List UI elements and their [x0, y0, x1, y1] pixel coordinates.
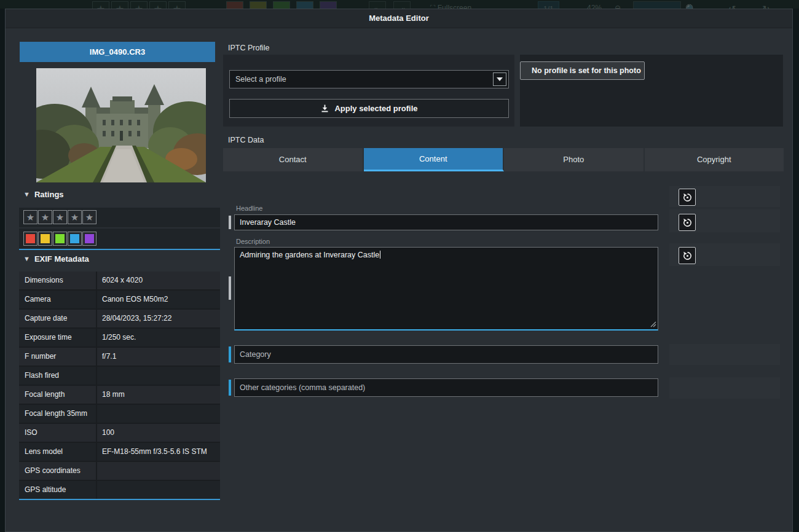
resize-grip-icon[interactable] — [650, 321, 656, 327]
restore-value-button[interactable] — [679, 214, 696, 231]
exif-field-label: Camera — [19, 291, 97, 308]
profile-select[interactable]: Select a profile — [229, 70, 509, 88]
select-dropdown-button[interactable] — [493, 72, 506, 86]
exif-row: Flash fired — [19, 367, 220, 386]
exif-field-label: Flash fired — [19, 367, 97, 385]
exif-field-label: Exposure time — [19, 329, 97, 346]
text-cursor — [380, 251, 380, 259]
description-label: Description — [236, 238, 270, 245]
color-label-icon — [226, 1, 243, 9]
exif-row: Dimensions6024 x 4020 — [19, 272, 220, 291]
exif-field-value — [97, 462, 220, 480]
exif-field-label: Focal length 35mm — [19, 405, 97, 423]
zoom-slider — [633, 1, 681, 9]
exif-row: Exposure time1/250 sec. — [19, 329, 220, 348]
color-label-button[interactable] — [38, 232, 52, 246]
history-restore-icon — [682, 251, 693, 261]
apply-profile-button[interactable]: Apply selected profile — [229, 99, 509, 118]
exif-field-label: Lens model — [19, 443, 97, 461]
color-swatch-icon — [26, 234, 35, 243]
toolbar-button: ⇤ — [369, 1, 386, 9]
star-button[interactable]: ★ — [23, 210, 37, 224]
exif-field-value: 28/04/2023, 15:27:22 — [97, 310, 220, 327]
color-label-button[interactable] — [53, 232, 67, 246]
exif-field-label: F number — [19, 348, 97, 366]
magnifier-icon: 🔍 — [685, 4, 697, 9]
dialog-titlebar[interactable]: Metadata Editor — [6, 9, 792, 28]
exif-field-value: Canon EOS M50m2 — [97, 291, 220, 308]
exif-field-label: GPS coordinates — [19, 462, 97, 480]
modified-indicator — [229, 276, 231, 300]
exif-row: Focal length 35mm — [19, 405, 220, 424]
exif-row: Capture date28/04/2023, 15:27:22 — [19, 310, 220, 329]
history-restore-icon — [682, 192, 693, 203]
star-icon: ★ — [41, 213, 49, 222]
color-label-icon — [250, 1, 267, 9]
ratings-section-header[interactable]: ▼Ratings — [23, 190, 64, 199]
color-label-icon — [273, 1, 290, 9]
color-swatch-icon — [70, 234, 79, 243]
collapse-caret-icon: ▼ — [23, 255, 30, 262]
rotate-right-icon: ↻ — [762, 4, 770, 9]
exif-table: Dimensions6024 x 4020CameraCanon EOS M50… — [19, 272, 220, 500]
category-input[interactable]: Category — [234, 345, 658, 364]
exif-field-label: Focal length — [19, 386, 97, 404]
exif-field-value: 18 mm — [97, 386, 220, 404]
star-icon: ★ — [168, 1, 186, 9]
restore-value-button[interactable] — [679, 189, 696, 206]
screen: ★ ★ ★ ★ ★ ⇤ ⇥ ⛶ Fullscreen 1/1 42% ⊖ 🔍 ↺… — [0, 0, 799, 532]
tab-contact[interactable]: Contact — [223, 148, 364, 171]
star-button[interactable]: ★ — [38, 210, 52, 224]
collapse-caret-icon: ▼ — [23, 190, 30, 198]
color-swatch-icon — [55, 234, 65, 243]
history-restore-icon — [682, 217, 693, 228]
row-strip — [669, 344, 780, 365]
star-button[interactable]: ★ — [53, 210, 67, 224]
tab-photo[interactable]: Photo — [504, 148, 645, 171]
star-icon: ★ — [111, 1, 128, 9]
color-label-button[interactable] — [82, 232, 96, 246]
star-rating: ★★★★★ — [19, 208, 220, 227]
metadata-editor-dialog: Metadata Editor IMG_0490.CR3 — [5, 9, 793, 532]
color-label-button[interactable] — [23, 232, 37, 246]
download-icon — [320, 104, 329, 113]
star-icon: ★ — [85, 213, 93, 222]
headline-input[interactable]: Inveraray Castle — [234, 214, 658, 230]
exif-field-value: EF-M18-55mm f/3.5-5.6 IS STM — [97, 443, 220, 461]
iptc-data-label: IPTC Data — [228, 136, 264, 144]
color-label-button[interactable] — [68, 232, 82, 246]
zoom-level: 42% — [587, 4, 602, 9]
color-label-icon — [320, 1, 337, 9]
color-swatch-icon — [85, 234, 94, 243]
other-categories-input[interactable]: Other categories (comma separated) — [234, 378, 658, 397]
exif-field-value: 6024 x 4020 — [97, 272, 220, 289]
exif-field-label: Dimensions — [19, 272, 97, 289]
exif-row: GPS altitude — [19, 481, 220, 500]
star-icon: ★ — [92, 1, 109, 9]
divider — [19, 249, 220, 250]
exif-section-header[interactable]: ▼EXIF Metadata — [23, 254, 89, 264]
star-icon: ★ — [71, 213, 79, 222]
filename-header: IMG_0490.CR3 — [20, 42, 215, 62]
exif-field-label: GPS altitude — [19, 481, 97, 499]
photo-thumbnail — [36, 68, 206, 182]
exif-row: F numberf/7.1 — [19, 348, 220, 367]
exif-field-value: f/7.1 — [97, 348, 220, 366]
chevron-down-icon — [497, 77, 503, 81]
page-indicator: 1/1 — [538, 1, 559, 9]
star-button[interactable]: ★ — [82, 210, 96, 224]
row-strip — [669, 377, 780, 399]
tab-copyright[interactable]: Copyright — [645, 148, 784, 171]
description-textarea[interactable]: Admiring the gardens at Inveraray Castle — [234, 247, 658, 331]
star-icon: ★ — [26, 213, 34, 222]
star-icon: ★ — [56, 213, 64, 222]
exif-field-value: 1/250 sec. — [97, 329, 220, 346]
field-indicator — [229, 346, 231, 362]
tab-content[interactable]: Content — [364, 148, 505, 171]
star-button[interactable]: ★ — [68, 210, 82, 224]
iptc-tabbar: ContactContentPhotoCopyright — [223, 148, 784, 171]
color-label-icon — [296, 1, 313, 9]
restore-value-button[interactable] — [679, 247, 696, 264]
star-icon: ★ — [130, 1, 148, 9]
color-labels — [19, 229, 220, 249]
